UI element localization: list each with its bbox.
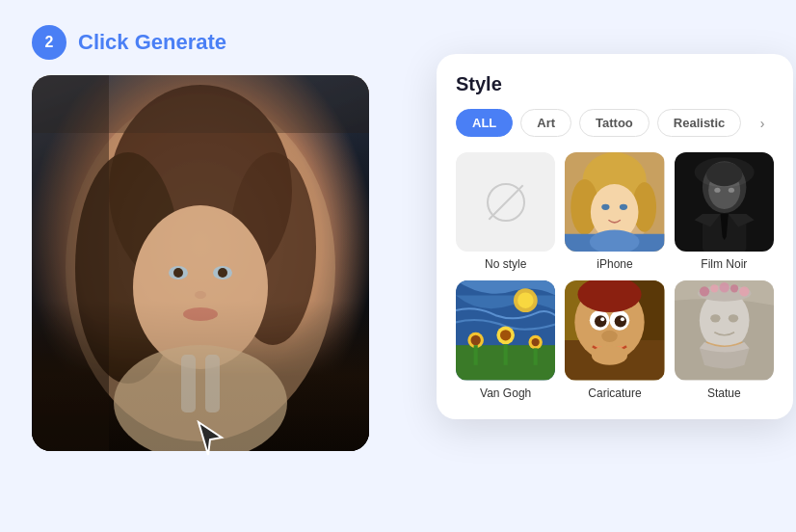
svg-point-41 bbox=[517, 293, 534, 309]
style-item-van-gogh[interactable]: Van Gogh bbox=[456, 280, 555, 399]
style-thumb-statue bbox=[675, 280, 774, 380]
film-noir-thumb-svg bbox=[675, 152, 774, 252]
style-thumb-van-gogh bbox=[456, 280, 555, 380]
svg-point-25 bbox=[620, 204, 627, 210]
style-label-statue: Statue bbox=[707, 386, 741, 400]
svg-point-37 bbox=[728, 188, 733, 193]
style-item-statue[interactable]: Statue bbox=[675, 280, 774, 399]
svg-point-24 bbox=[602, 204, 610, 210]
style-item-no-style[interactable]: No style bbox=[456, 152, 555, 271]
svg-point-47 bbox=[500, 330, 511, 340]
svg-point-64 bbox=[592, 346, 627, 366]
svg-point-50 bbox=[532, 338, 540, 346]
svg-point-61 bbox=[621, 318, 624, 322]
svg-point-36 bbox=[714, 188, 720, 193]
style-label-film-noir: Film Noir bbox=[701, 257, 747, 271]
svg-point-69 bbox=[710, 284, 718, 292]
svg-point-10 bbox=[183, 307, 218, 321]
panel-title: Style bbox=[456, 73, 774, 95]
source-photo bbox=[32, 75, 369, 451]
style-label-iphone: iPhone bbox=[597, 257, 632, 271]
style-thumb-film-noir bbox=[675, 152, 774, 252]
style-label-no-style: No style bbox=[485, 257, 526, 271]
svg-rect-51 bbox=[534, 349, 538, 366]
van-gogh-thumb-svg bbox=[456, 280, 555, 380]
svg-point-74 bbox=[728, 314, 737, 322]
filter-tattoo[interactable]: Tattoo bbox=[579, 109, 650, 137]
svg-point-71 bbox=[730, 284, 738, 292]
svg-point-4 bbox=[133, 205, 268, 369]
iphone-thumb-svg bbox=[565, 152, 664, 252]
svg-rect-45 bbox=[474, 346, 478, 366]
filter-bar: ALL Art Tattoo Realistic › bbox=[456, 109, 774, 137]
style-label-van-gogh: Van Gogh bbox=[480, 386, 531, 400]
svg-point-8 bbox=[218, 268, 227, 278]
svg-point-38 bbox=[694, 157, 754, 187]
filter-chevron-icon[interactable]: › bbox=[751, 112, 774, 135]
style-item-caricature[interactable]: Caricature bbox=[565, 280, 664, 399]
style-label-caricature: Caricature bbox=[588, 386, 641, 400]
svg-point-60 bbox=[601, 318, 605, 322]
no-style-icon bbox=[487, 183, 525, 222]
svg-point-73 bbox=[710, 314, 720, 322]
svg-point-7 bbox=[173, 268, 183, 278]
svg-point-72 bbox=[739, 287, 749, 297]
filter-all[interactable]: ALL bbox=[456, 109, 513, 137]
svg-rect-15 bbox=[32, 75, 369, 133]
svg-rect-48 bbox=[504, 344, 508, 365]
statue-thumb-svg bbox=[675, 280, 774, 380]
svg-rect-12 bbox=[181, 355, 196, 412]
svg-point-59 bbox=[615, 316, 626, 328]
step-number: 2 bbox=[32, 25, 66, 60]
style-item-iphone[interactable]: iPhone bbox=[565, 152, 664, 271]
style-thumb-no-style bbox=[456, 152, 555, 252]
filter-realistic[interactable]: Realistic bbox=[657, 109, 741, 137]
svg-point-44 bbox=[470, 335, 480, 345]
svg-marker-16 bbox=[199, 422, 222, 455]
style-panel: Style ALL Art Tattoo Realistic › No styl… bbox=[437, 54, 793, 419]
step-text: Click Generate bbox=[78, 30, 226, 55]
svg-point-63 bbox=[602, 331, 619, 342]
svg-point-68 bbox=[699, 287, 708, 297]
style-thumb-caricature bbox=[565, 280, 664, 380]
svg-rect-13 bbox=[205, 355, 220, 412]
filter-art[interactable]: Art bbox=[520, 109, 571, 137]
step-label: 2 Click Generate bbox=[32, 25, 388, 60]
style-grid: No style bbox=[456, 152, 774, 400]
svg-point-58 bbox=[595, 316, 606, 328]
main-container: 2 Click Generate bbox=[32, 25, 764, 507]
svg-point-9 bbox=[195, 291, 206, 299]
style-thumb-iphone bbox=[565, 152, 664, 252]
photo-wrapper bbox=[32, 75, 369, 451]
style-item-film-noir[interactable]: Film Noir bbox=[675, 152, 774, 271]
photo-svg bbox=[32, 75, 369, 451]
svg-point-70 bbox=[719, 282, 729, 292]
left-section: 2 Click Generate bbox=[32, 25, 388, 451]
cursor-arrow bbox=[195, 420, 226, 461]
caricature-thumb-svg bbox=[565, 280, 664, 380]
